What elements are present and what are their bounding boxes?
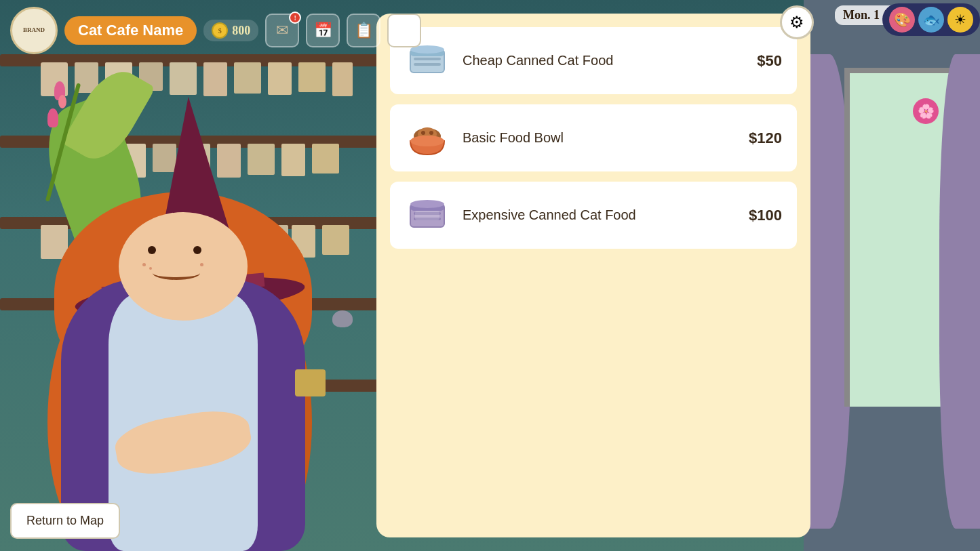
coin-icon: $ <box>212 22 228 39</box>
expensive-can-name: Expensive Canned Cat Food <box>463 207 735 223</box>
svg-point-12 <box>410 200 444 208</box>
bowl-svg <box>407 119 448 157</box>
mouse-toy <box>332 310 353 327</box>
mail-button[interactable]: ✉ ! <box>265 14 299 47</box>
tasks-button[interactable]: 📋 <box>347 14 380 47</box>
shop-item-expensive-can[interactable]: Expensive Canned Cat Food $100 <box>390 182 797 249</box>
svg-rect-15 <box>415 211 439 220</box>
sun-icon: ☀ <box>947 7 973 33</box>
top-bar: BRAND Cat Cafe Name $ 800 ✉ ! 📅 📋 <box>0 0 980 61</box>
fish-icon: 🐟 <box>918 7 944 33</box>
shelf-item <box>332 62 353 96</box>
svg-rect-4 <box>414 63 441 66</box>
brand-logo: BRAND <box>10 7 58 54</box>
svg-point-7 <box>421 131 425 135</box>
expensive-can-icon <box>405 193 449 237</box>
weather-icons-panel: 🌸 🎨 🐟 ☀ <box>882 3 980 36</box>
bowl-price: $120 <box>749 129 782 147</box>
svg-point-9 <box>410 136 444 146</box>
return-to-map-button[interactable]: Return to Map <box>10 503 120 539</box>
shelf-item <box>322 225 349 255</box>
palette-icon: 🎨 <box>889 7 915 33</box>
curtain-right <box>939 54 980 529</box>
extra-button[interactable] <box>387 14 421 47</box>
calendar-button[interactable]: 📅 <box>306 14 340 47</box>
shop-item-bowl[interactable]: Basic Food Bowl $120 <box>390 104 797 171</box>
settings-button[interactable]: ⚙ <box>780 5 814 39</box>
expensive-can-price: $100 <box>749 207 782 224</box>
gear-icon: ⚙ <box>789 13 804 32</box>
flower-icon: 🌸 <box>913 98 939 124</box>
shop-panel: Cheap Canned Cat Food $50 Basic Food Bow… <box>376 14 810 537</box>
box <box>295 369 326 396</box>
food-bowl-icon <box>405 116 449 160</box>
svg-point-8 <box>429 131 433 135</box>
expensive-can-svg <box>407 199 448 232</box>
bowl-name: Basic Food Bowl <box>463 130 735 146</box>
mail-notification: ! <box>289 12 301 24</box>
cafe-name-badge: Cat Cafe Name <box>64 16 197 45</box>
money-display: $ 800 <box>203 20 258 41</box>
character-witch <box>34 43 326 551</box>
